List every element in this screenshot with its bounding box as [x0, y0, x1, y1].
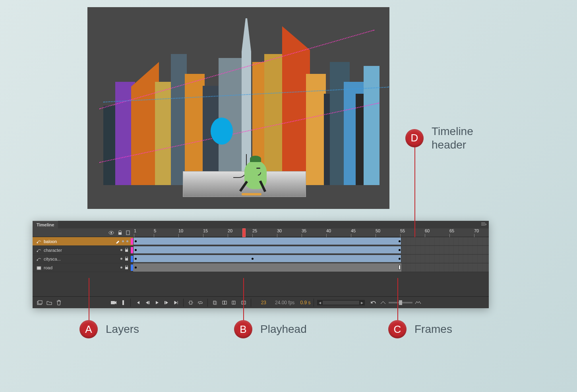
- badge-a: A: [79, 320, 98, 338]
- svg-point-7: [37, 259, 38, 261]
- motion-guide-icon: [37, 257, 41, 261]
- timeline-header-row: 1 5 10 15 20 25 30 35 40 45 50 55 60 65 …: [33, 228, 489, 237]
- onion-outline-button[interactable]: [221, 299, 228, 307]
- first-frame-button[interactable]: [134, 299, 142, 307]
- callout-line-b: [243, 278, 244, 322]
- callout-line-d2: [414, 231, 415, 237]
- svg-rect-2: [118, 232, 122, 235]
- stage-preview: [87, 7, 389, 209]
- svg-rect-21: [223, 301, 225, 304]
- zoom-slider[interactable]: [389, 302, 412, 303]
- callout-line-a: [89, 278, 89, 322]
- svg-rect-9: [37, 266, 41, 270]
- svg-point-5: [37, 251, 38, 252]
- lock-icon[interactable]: [125, 265, 128, 270]
- motion-guide-icon: [37, 239, 41, 244]
- edit-multiple-button[interactable]: [230, 299, 238, 307]
- svg-point-1: [110, 232, 112, 234]
- motion-guide-icon: [37, 248, 41, 253]
- new-folder-button[interactable]: [45, 299, 53, 307]
- callout-line-d: [414, 140, 415, 231]
- svg-rect-22: [225, 301, 227, 304]
- callout-line-c: [397, 278, 398, 322]
- layer-row-cityscape[interactable]: citysca...: [33, 255, 489, 263]
- camera-button[interactable]: [110, 299, 118, 307]
- timeline-panel: Timeline 1 5 10 15 20 25 30 35 40 45 50 …: [33, 221, 489, 308]
- svg-rect-8: [125, 258, 128, 261]
- panel-tab-timeline[interactable]: Timeline: [33, 221, 58, 228]
- badge-b: B: [234, 320, 252, 338]
- frame-ruler[interactable]: 1 5 10 15 20 25 30 35 40 45 50 55 60 65 …: [133, 228, 489, 237]
- play-button[interactable]: [153, 299, 161, 307]
- zoom-in-button[interactable]: [414, 299, 422, 307]
- svg-rect-17: [165, 301, 165, 304]
- elapsed-time-display[interactable]: 0.9 s: [300, 300, 310, 305]
- callout-d: D Timeline header: [405, 125, 473, 151]
- callout-c: C Frames: [388, 320, 452, 338]
- timeline-footer: 23 24.00 fps 0.9 s ◂▸: [33, 296, 489, 308]
- panel-menu-icon[interactable]: [481, 222, 486, 226]
- zoom-out-button[interactable]: [379, 299, 387, 307]
- svg-rect-3: [126, 231, 130, 235]
- svg-rect-15: [122, 300, 124, 305]
- new-layer-button[interactable]: [36, 299, 44, 307]
- svg-rect-16: [149, 301, 149, 304]
- layer-row-character[interactable]: character: [33, 246, 489, 255]
- badge-d: D: [405, 129, 424, 147]
- pencil-icon: [116, 239, 120, 243]
- layer-row-baloon[interactable]: baloon: [33, 237, 489, 246]
- loop-button[interactable]: [196, 299, 204, 307]
- step-forward-button[interactable]: [163, 299, 170, 307]
- fps-display[interactable]: 24.00 fps: [275, 300, 294, 305]
- step-back-button[interactable]: [143, 299, 151, 307]
- lock-icon[interactable]: [125, 257, 128, 261]
- delete-button[interactable]: [55, 299, 63, 307]
- last-frame-button[interactable]: [172, 299, 180, 307]
- onion-skin-button[interactable]: [211, 299, 219, 307]
- layer-row-road[interactable]: road: [33, 263, 489, 272]
- undo-button[interactable]: [370, 299, 378, 307]
- badge-c: C: [388, 320, 407, 338]
- lock-icon[interactable]: [125, 248, 128, 252]
- current-frame-display[interactable]: 23: [254, 300, 266, 305]
- horizontal-scrollbar[interactable]: ◂▸: [317, 300, 365, 305]
- playhead[interactable]: [242, 228, 246, 237]
- layer-icon: [37, 265, 41, 270]
- marker-button[interactable]: [119, 299, 127, 307]
- svg-rect-13: [38, 301, 42, 304]
- svg-point-4: [37, 242, 38, 243]
- callout-b: B Playhead: [234, 320, 307, 338]
- svg-rect-14: [111, 301, 115, 304]
- lock-icon[interactable]: [118, 230, 122, 235]
- svg-rect-11: [125, 267, 128, 269]
- visibility-icon[interactable]: [108, 231, 114, 235]
- outline-icon[interactable]: [126, 230, 130, 235]
- svg-rect-18: [190, 301, 192, 304]
- center-frame-button[interactable]: [187, 299, 195, 307]
- svg-rect-6: [125, 249, 128, 252]
- callout-a: A Layers: [79, 320, 139, 338]
